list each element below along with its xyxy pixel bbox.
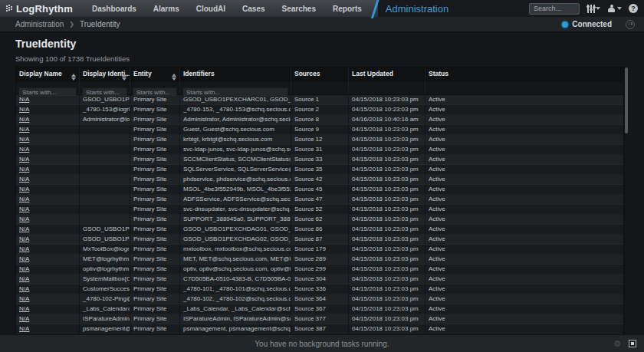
breadcrumb-trueidentity[interactable]: TrueIdentity <box>80 20 120 28</box>
nav-item-reports[interactable]: Reports <box>324 0 370 17</box>
breadcrumb-administration[interactable]: Administration <box>15 20 64 28</box>
table-row[interactable]: N/A GSOD_USBO1PEX... Primary Site GSOD_U… <box>16 95 623 105</box>
nav-tools: ? <box>529 3 638 15</box>
connection-status: Connected <box>562 20 612 28</box>
grid-header-row: Display Name Display Identi... Entity Id… <box>16 67 623 82</box>
column-header-last-updated[interactable]: Last Updated <box>349 67 426 82</box>
nav-item-alarms[interactable]: Alarms <box>145 0 188 17</box>
entity-cell: Primary Site <box>130 175 180 185</box>
display-name-link[interactable]: N/A <box>19 96 29 103</box>
display-name-link[interactable]: N/A <box>19 315 29 322</box>
display-name-link[interactable]: N/A <box>19 245 29 252</box>
identifiers-cell: SUPPORT_388945a0, SUPPORT_388945a0... <box>180 215 291 225</box>
nav-main-section: LogRhythm Dashboards Alarms CloudAI Case… <box>0 0 370 17</box>
table-row[interactable]: N/A Primary Site phdservice, phdservice@… <box>16 175 623 185</box>
display-name-link[interactable]: N/A <box>19 305 29 312</box>
display-name-link[interactable]: N/A <box>19 146 29 153</box>
status-cell: Active <box>426 304 623 314</box>
nav-item-searches[interactable]: Searches <box>274 0 324 17</box>
display-name-link[interactable]: N/A <box>19 285 29 292</box>
table-row[interactable]: N/A MxToolBox@logr... Primary Site mxtoo… <box>16 245 623 255</box>
table-row[interactable]: N/A MET@logrhythm... Primary Site MET, M… <box>16 255 623 265</box>
display-name-link[interactable]: N/A <box>19 325 29 332</box>
panel-toggle-icon[interactable] <box>629 340 636 347</box>
display-name-link[interactable]: N/A <box>19 235 29 242</box>
vertical-scrollbar[interactable] <box>624 67 629 335</box>
display-name-link[interactable]: N/A <box>19 275 29 282</box>
last-updated-cell: 04/15/2018 10:23:03 pm <box>349 245 426 255</box>
connection-group: Connected <box>562 20 635 29</box>
display-name-link[interactable]: N/A <box>19 166 29 173</box>
sort-icon[interactable] <box>171 74 176 81</box>
display-name-link[interactable]: N/A <box>19 206 29 212</box>
identifiers-cell: mxtoolbox, mxtoolbox@schq.secious.com, .… <box>180 245 291 255</box>
last-updated-cell: 04/15/2018 10:23:03 pm <box>349 314 426 324</box>
display-name-link[interactable]: N/A <box>19 156 29 163</box>
nav-item-cloudai[interactable]: CloudAI <box>188 0 234 17</box>
nav-item-cases[interactable]: Cases <box>234 0 273 17</box>
entity-cell: Primary Site <box>130 245 180 255</box>
table-row[interactable]: N/A Primary Site MSOL_4be3f552949b, MSOL… <box>16 185 623 195</box>
sources-cell: Source 45 <box>291 185 349 195</box>
column-header-display-name[interactable]: Display Name <box>16 67 80 82</box>
table-row[interactable]: N/A Primary Site ADFSService, ADFSServic… <box>16 195 623 205</box>
logrhythm-logo[interactable]: LogRhythm <box>6 3 73 15</box>
help-icon[interactable]: ? <box>629 4 638 13</box>
table-row[interactable]: N/A Administrator@lo... Primary Site Adm… <box>16 115 623 125</box>
settings-sliders-menu[interactable] <box>586 5 600 13</box>
gear-icon[interactable]: ⚙ <box>613 340 621 348</box>
entity-cell: Primary Site <box>130 165 180 175</box>
breadcrumb-bar: Administration ❯ TrueIdentity Connected <box>0 17 644 32</box>
display-name-link[interactable]: N/A <box>19 116 29 123</box>
display-name-link[interactable]: N/A <box>19 255 29 262</box>
entity-cell: Primary Site <box>130 294 180 304</box>
nav-item-dashboards[interactable]: Dashboards <box>84 0 145 17</box>
search-input[interactable] <box>529 3 580 15</box>
table-row[interactable]: N/A optiv@logrhythm... Primary Site opti… <box>16 265 623 275</box>
display-name-link[interactable]: N/A <box>19 265 29 272</box>
identifiers-cell: ISParatureAdmin, ISParatureAdmin@schq.se… <box>180 314 291 324</box>
table-row[interactable]: N/A GSOD_USBO1PEX... Primary Site GSOD_U… <box>16 225 623 235</box>
sort-icon[interactable] <box>121 74 127 81</box>
table-row[interactable]: N/A Primary Site Guest, Guest@schq.secio… <box>16 125 623 135</box>
table-row[interactable]: N/A GSOD_USBO1PEX... Primary Site GSOD_U… <box>16 235 623 245</box>
column-header-status[interactable]: Status <box>426 67 623 82</box>
display-name-link[interactable]: N/A <box>19 126 29 133</box>
table-row[interactable]: N/A Primary Site SCCMClientStatus, SCCMC… <box>16 155 623 165</box>
table-row[interactable]: N/A _4780-102-Ping@... Primary Site _478… <box>16 294 623 304</box>
display-name-link[interactable]: N/A <box>19 225 29 232</box>
table-row[interactable]: N/A Primary Site krbtgt, krbtgt@schq.sec… <box>16 135 623 145</box>
column-header-entity[interactable]: Entity <box>130 67 180 82</box>
display-name-link[interactable]: N/A <box>19 186 29 192</box>
column-header-display-identifier[interactable]: Display Identi... <box>80 67 130 82</box>
display-name-link[interactable]: N/A <box>19 106 29 113</box>
column-header-identifiers[interactable]: Identifiers <box>180 67 291 82</box>
display-identifier-cell <box>80 145 130 155</box>
table-row[interactable]: N/A CustomerSuccess... Primary Site _478… <box>16 285 623 294</box>
status-cell: Active <box>426 145 623 155</box>
table-row[interactable]: N/A Primary Site SQLServerService, SQLSe… <box>16 165 623 175</box>
display-name-link[interactable]: N/A <box>19 136 29 143</box>
display-name-link[interactable]: N/A <box>19 295 29 302</box>
table-row[interactable]: N/A psmanagement@... Primary Site psmana… <box>16 324 623 334</box>
status-cell: Active <box>426 215 623 225</box>
display-name-link[interactable]: N/A <box>19 215 29 222</box>
user-menu[interactable] <box>607 5 622 13</box>
table-row[interactable]: N/A Primary Site svc-dnsupdater, svc-dns… <box>16 205 623 215</box>
identifiers-cell: GSOD_USBO1PEXCHARC01, GSOD_USBO1P... <box>180 95 291 105</box>
table-row[interactable]: N/A Primary Site svc-ldap-junos, svc-lda… <box>16 145 623 155</box>
table-row[interactable]: N/A SystemMailbox{C... Primary Site C7D5… <box>16 275 623 285</box>
status-cell: Active <box>426 155 623 165</box>
pause-updates-button[interactable] <box>626 20 635 29</box>
display-name-link[interactable]: N/A <box>19 176 29 183</box>
vertical-scrollbar-thumb[interactable] <box>625 67 628 133</box>
sort-icon[interactable] <box>71 74 76 81</box>
table-row[interactable]: N/A _4780-153@logrh... Primary Site _478… <box>16 105 623 115</box>
status-cell: Active <box>426 245 623 255</box>
table-row[interactable]: N/A ISParatureAdmin... Primary Site ISPa… <box>16 314 623 324</box>
nav-item-administration-active[interactable]: Administration <box>386 3 449 15</box>
column-header-sources[interactable]: Sources <box>291 67 349 82</box>
display-name-link[interactable]: N/A <box>19 196 29 202</box>
table-row[interactable]: N/A _Labs_Calendar@... Primary Site _Lab… <box>16 304 623 314</box>
table-row[interactable]: N/A Primary Site SUPPORT_388945a0, SUPPO… <box>16 215 623 225</box>
